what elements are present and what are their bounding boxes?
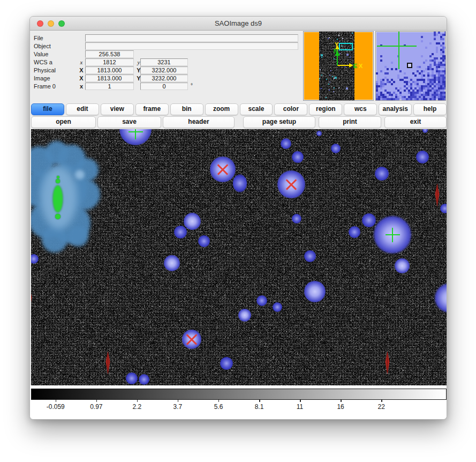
green-cross-marker[interactable] — [386, 228, 400, 242]
red-arrow-marker[interactable] — [384, 351, 390, 375]
colorbar-gradient[interactable] — [31, 389, 447, 400]
coord-x-field[interactable]: 1813.000 — [85, 66, 134, 74]
menu-button-view[interactable]: view — [101, 103, 134, 115]
star-source — [256, 295, 267, 306]
coord-y-field[interactable]: 3232.000 — [140, 66, 188, 74]
star-source — [316, 131, 322, 136]
info-row-wcs-a: WCS ax1812y3231 — [30, 58, 301, 66]
menu-button-analysis[interactable]: analysis — [379, 103, 412, 115]
galaxy-core — [53, 185, 63, 212]
red-arrow-marker[interactable] — [31, 287, 33, 310]
magnifier-noise-pixel — [423, 70, 425, 72]
magnifier-noise-pixel — [440, 100, 442, 101]
magnifier-noise-pixel — [412, 100, 414, 101]
magnifier-noise-pixel — [376, 72, 378, 74]
image-canvas[interactable] — [31, 129, 447, 385]
colorbar-tick-label: 0.97 — [90, 403, 102, 411]
magnifier-noise-pixel — [382, 100, 384, 101]
info-value-field[interactable]: 256.538 — [85, 50, 134, 58]
panner-y-axis-label: Y — [335, 41, 339, 48]
magnifier-noise-pixel — [389, 100, 391, 101]
info-label: WCS a — [34, 59, 52, 65]
panner[interactable]: Y N E X — [303, 31, 374, 101]
menu-button-bin[interactable]: bin — [170, 103, 203, 115]
magnifier-noise-pixel — [404, 90, 406, 92]
menu-bar: fileeditviewframebinzoomscalecolorregion… — [31, 103, 447, 115]
star-source — [164, 255, 180, 271]
magnifier-noise-pixel — [432, 100, 434, 101]
green-cross-marker[interactable] — [129, 129, 143, 139]
star-source — [395, 258, 410, 273]
galaxy-core-knot — [57, 176, 59, 178]
coord-y-field[interactable]: 0 — [140, 83, 188, 90]
galaxy-bright-spot — [75, 170, 85, 180]
menu-button-edit[interactable]: edit — [66, 103, 99, 115]
menu-button-color[interactable]: color — [274, 103, 307, 115]
axis-sublabel: X — [78, 75, 85, 81]
menu-button-scale[interactable]: scale — [240, 103, 273, 115]
coord-x-field[interactable]: 1813.000 — [85, 74, 134, 82]
menu-button-zoom[interactable]: zoom — [205, 103, 238, 115]
magnifier-noise-pixel — [384, 100, 387, 101]
info-row-image: ImageX1813.000Y3232.000 — [30, 74, 301, 83]
close-button[interactable] — [37, 20, 43, 27]
panner-x-axis-label: X — [359, 63, 363, 69]
magnifier-noise-pixel — [414, 74, 417, 77]
magnifier-noise-pixel — [423, 62, 425, 64]
red-x-marker[interactable] — [216, 163, 229, 176]
colorbar-tick-label: 2.2 — [133, 403, 142, 411]
menu-button-region[interactable]: region — [309, 103, 342, 115]
menu-button-save[interactable]: save — [97, 116, 161, 128]
star-source — [375, 167, 389, 181]
colorbar-tick — [300, 400, 301, 402]
coord-y-field[interactable]: 3231 — [140, 58, 188, 66]
magnifier-noise-pixel — [391, 83, 393, 85]
magnifier-noise-pixel — [387, 100, 389, 101]
magnifier-noise-pixel — [429, 100, 432, 101]
magnifier-noise-pixel — [421, 40, 423, 42]
info-value-field[interactable] — [85, 42, 298, 50]
traffic-lights — [37, 20, 65, 27]
red-x-marker[interactable] — [285, 178, 298, 191]
red-x-marker[interactable] — [185, 333, 198, 346]
info-value-field[interactable] — [85, 34, 298, 42]
menu-button-exit[interactable]: exit — [384, 116, 447, 128]
red-arrow-marker[interactable] — [434, 183, 440, 207]
title-bar[interactable]: SAOImage ds9 — [30, 17, 447, 31]
menu-button-open[interactable]: open — [31, 116, 96, 128]
magnifier-noise-pixel — [402, 100, 404, 101]
menu-button-help[interactable]: help — [413, 103, 447, 115]
menu-button-print[interactable]: print — [319, 116, 381, 128]
menu-button-wcs[interactable]: wcs — [344, 103, 377, 115]
red-arrow-marker[interactable] — [105, 351, 111, 375]
menu-button-frame[interactable]: frame — [135, 103, 169, 115]
window-title: SAOImage ds9 — [30, 17, 447, 30]
magnifier-noise-pixel — [417, 100, 419, 101]
coord-y-field[interactable]: 3232.000 — [140, 74, 188, 82]
info-label: Object — [34, 43, 51, 49]
panner-east-label: E — [353, 63, 357, 69]
galaxy-lobe — [68, 226, 88, 247]
magnifier-noise-pixel — [425, 100, 427, 101]
info-row-value: Value256.538 — [30, 50, 301, 58]
axis-sublabel: x — [78, 83, 85, 90]
menu-button-page-setup[interactable]: page setup — [243, 116, 315, 128]
zoom-button[interactable] — [58, 20, 65, 27]
colorbar-tick — [259, 400, 260, 402]
menu-button-file[interactable]: file — [31, 103, 64, 115]
minimize-button[interactable] — [48, 20, 54, 27]
star-source — [198, 235, 210, 247]
magnifier-noise-pixel — [436, 57, 438, 59]
magnifier-noise-pixel — [442, 38, 444, 40]
star-source — [281, 138, 291, 149]
coord-x-field[interactable]: 1812 — [85, 58, 134, 66]
magnifier-noise-pixel — [399, 100, 402, 101]
magnifier-noise-pixel — [397, 100, 399, 101]
coord-x-field[interactable]: 1 — [85, 83, 134, 90]
star-source — [304, 281, 326, 302]
info-label: Physical — [34, 67, 56, 73]
magnifier-cursor-pixel — [407, 63, 412, 68]
colorbar-tick-label: 3.7 — [173, 403, 183, 411]
colorbar-tick — [56, 400, 57, 402]
menu-button-header[interactable]: header — [163, 116, 235, 128]
